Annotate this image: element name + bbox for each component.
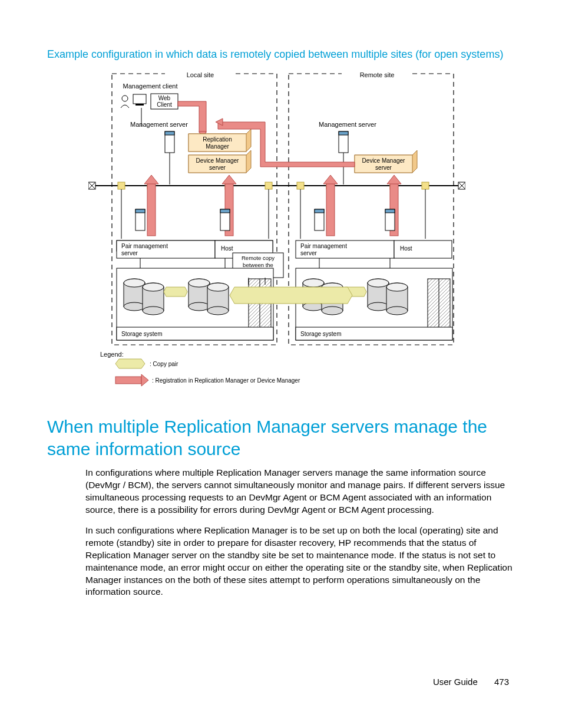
label-dev-mgr-r1: Device Manager (362, 157, 405, 164)
label-storage-r: Storage system (300, 331, 341, 337)
svg-point-79 (143, 307, 164, 315)
svg-rect-60 (385, 209, 395, 213)
label-rc2: between the (243, 262, 273, 268)
svg-point-94 (368, 302, 389, 311)
label-storage-l: Storage system (121, 331, 162, 337)
label-pml-a: Pair management (121, 243, 168, 249)
svg-rect-54 (135, 209, 145, 213)
svg-point-85 (207, 307, 229, 315)
svg-rect-6 (135, 104, 144, 106)
label-dev-mgr-l1: Device Manager (196, 157, 239, 164)
label-rep-mgr-1: Replication (203, 136, 232, 143)
svg-rect-5 (133, 94, 146, 104)
label-pmr-b: server (300, 250, 317, 256)
svg-rect-20 (339, 131, 348, 135)
svg-marker-42 (144, 175, 158, 184)
label-mgmt-server-l: Management server (130, 121, 188, 128)
label-legend: Legend: (100, 351, 124, 358)
label-mgmt-server-r: Management server (319, 121, 376, 128)
label-dev-mgr-r2: server (375, 164, 392, 171)
label-remote-site: Remote site (360, 71, 395, 78)
svg-point-104 (368, 279, 389, 287)
page-footer: User Guide 473 (433, 677, 509, 687)
figure-caption: Example configuration in which data is r… (47, 47, 515, 62)
svg-rect-118 (115, 377, 141, 384)
svg-marker-108 (230, 287, 352, 304)
footer-label: User Guide (433, 677, 478, 687)
label-dev-mgr-l2: server (209, 164, 226, 171)
svg-rect-58 (315, 209, 324, 213)
label-pmr-a: Pair management (300, 243, 347, 249)
svg-rect-45 (326, 183, 335, 236)
svg-point-76 (124, 302, 145, 311)
diagram-svg: Local site Remote site Management client… (88, 68, 465, 398)
svg-rect-41 (147, 183, 156, 236)
label-local-site: Local site (187, 71, 214, 78)
label-legend-copy: : Copy pair (150, 361, 178, 367)
svg-point-99 (143, 283, 164, 291)
svg-point-4 (122, 95, 128, 101)
svg-rect-33 (118, 182, 125, 189)
svg-point-105 (386, 283, 408, 291)
svg-point-82 (189, 302, 210, 311)
svg-rect-40 (422, 182, 429, 189)
label-pml-b: server (121, 250, 138, 256)
paragraph-1: In configurations where multiple Replica… (85, 467, 515, 516)
label-host-l2: Host (221, 245, 233, 252)
label-web-client-1: Web (158, 95, 171, 101)
svg-point-97 (386, 307, 408, 315)
label-legend-reg: : Registration in Replication Manager or… (152, 377, 300, 384)
label-mgmt-client: Management client (123, 83, 178, 90)
label-web-client-2: Client (157, 101, 172, 108)
svg-marker-119 (141, 374, 148, 386)
paragraph-2: In such configurations where Replication… (85, 525, 515, 599)
svg-marker-117 (115, 359, 145, 368)
svg-rect-36 (265, 182, 272, 189)
svg-point-98 (124, 279, 145, 287)
svg-marker-44 (222, 175, 236, 184)
label-host-r: Host (400, 245, 412, 252)
architecture-diagram: Local site Remote site Management client… (88, 68, 474, 398)
section-heading: When multiple Replication Manager server… (47, 416, 515, 460)
svg-marker-106 (164, 287, 187, 297)
svg-rect-56 (220, 209, 230, 213)
page: Example configuration in which data is r… (0, 0, 562, 728)
svg-rect-11 (165, 131, 174, 135)
svg-marker-48 (387, 175, 401, 184)
svg-point-91 (322, 307, 343, 315)
label-rc1: Remote copy (242, 255, 275, 261)
label-rep-mgr-2: Manager (206, 143, 229, 150)
svg-point-100 (189, 279, 210, 287)
svg-rect-37 (297, 182, 304, 189)
svg-point-101 (207, 283, 229, 291)
svg-point-102 (303, 279, 324, 287)
svg-marker-46 (323, 175, 338, 184)
footer-page-number: 473 (494, 677, 509, 687)
